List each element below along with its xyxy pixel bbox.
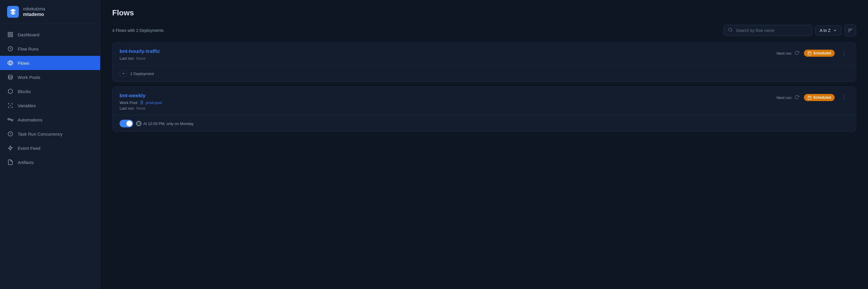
svg-rect-8 [8, 118, 9, 120]
account-org: mtademo [23, 11, 45, 18]
dashboard-icon [7, 31, 13, 38]
scheduled-badge: Scheduled [804, 50, 835, 57]
svg-point-11 [728, 28, 732, 31]
nav-menu: Dashboard Flow Runs Flows [0, 24, 100, 289]
scheduled-badge: Scheduled [804, 94, 835, 101]
flow-last-run-row: Last run: None [120, 106, 777, 111]
work-pool-label: Work Pool: [120, 100, 138, 105]
flow-card-right: Next run: [777, 93, 849, 102]
flow-card-header: bnt-weekly Work Pool: 🗄 prod-pool Last r… [113, 87, 856, 115]
svg-marker-5 [8, 61, 13, 66]
svg-rect-3 [11, 35, 13, 37]
sidebar-item-work-pools[interactable]: Work Pools [0, 70, 100, 84]
refresh-icon [795, 95, 799, 100]
flows-summary: 4 Flows with 2 Deployments [112, 28, 163, 33]
filter-button[interactable] [844, 25, 856, 36]
page-title: Flows [112, 8, 856, 18]
toolbar: 4 Flows with 2 Deployments A to Z [100, 22, 868, 42]
main-content: Flows 4 Flows with 2 Deployments A to Z [100, 0, 868, 289]
schedule-info: At 12:00 PM, only on Monday [136, 121, 194, 126]
flow-meta: Work Pool: 🗄 prod-pool Last run: None [120, 100, 777, 111]
flow-card: bnt-hourly-traffic Last run: None Next r… [112, 42, 856, 82]
svg-point-7 [8, 75, 12, 77]
svg-marker-6 [9, 62, 11, 64]
schedule-clock-icon [136, 121, 142, 126]
page-header: Flows [100, 0, 868, 22]
sidebar-item-label: Flows [18, 61, 29, 66]
work-pool-icon: 🗄 [140, 100, 144, 105]
deployment-row: 1 Deployment [113, 65, 856, 82]
next-run-label: Next run: [777, 95, 793, 100]
account-info: mikekutzma mtademo [23, 6, 45, 18]
search-box[interactable] [724, 25, 812, 36]
search-icon [728, 27, 733, 33]
account-logo [7, 6, 19, 18]
sidebar-item-flows[interactable]: Flows [0, 56, 100, 70]
sidebar-item-label: Dashboard [18, 32, 39, 37]
account-username: mikekutzma [23, 6, 45, 11]
flow-card-left: bnt-hourly-traffic Last run: None [120, 49, 777, 61]
sidebar-item-label: Artifacts [18, 160, 34, 165]
svg-rect-2 [8, 35, 10, 37]
sidebar-item-label: Automations [18, 117, 42, 122]
last-run-value: None [136, 56, 146, 61]
flow-runs-icon [7, 46, 13, 52]
event-feed-icon [7, 145, 13, 151]
schedule-toggle[interactable] [120, 120, 133, 127]
svg-rect-0 [8, 32, 10, 34]
work-pools-icon [7, 74, 13, 80]
refresh-icon [795, 51, 799, 56]
sidebar-item-task-run-concurrency[interactable]: Task Run Concurrency [0, 127, 100, 141]
sidebar-item-label: Event Feed [18, 146, 40, 151]
svg-line-12 [732, 31, 733, 32]
flow-meta: Last run: None [120, 56, 777, 61]
flow-card-header: bnt-hourly-traffic Last run: None Next r… [113, 42, 856, 65]
svg-rect-1 [11, 32, 13, 34]
variables-icon [7, 102, 13, 109]
scheduled-label: Scheduled [813, 95, 831, 99]
flow-name-link[interactable]: bnt-hourly-traffic [120, 49, 160, 54]
sidebar-item-label: Task Run Concurrency [18, 132, 63, 137]
search-input[interactable] [736, 28, 808, 33]
work-pool-link[interactable]: prod-pool [146, 100, 162, 105]
flow-work-pool-row: Work Pool: 🗄 prod-pool [120, 100, 777, 105]
last-run-value: None [136, 106, 146, 111]
svg-rect-20 [808, 96, 811, 99]
deployment-chevron-button[interactable] [120, 70, 127, 78]
toolbar-right: A to Z [724, 25, 856, 36]
sidebar-item-flow-runs[interactable]: Flow Runs [0, 42, 100, 56]
flow-card-left: bnt-weekly Work Pool: 🗄 prod-pool Last r… [120, 93, 777, 111]
sidebar-item-label: Variables [18, 103, 36, 108]
task-run-concurrency-icon [7, 131, 13, 137]
flow-more-button[interactable]: ⋮ [839, 93, 849, 102]
sidebar-item-artifacts[interactable]: Artifacts [0, 155, 100, 169]
automations-icon [7, 116, 13, 123]
sidebar-item-event-feed[interactable]: Event Feed [0, 141, 100, 155]
sidebar-item-label: Work Pools [18, 75, 40, 80]
flows-list: bnt-hourly-traffic Last run: None Next r… [100, 42, 868, 132]
last-run-label: Last run: [120, 106, 135, 111]
sidebar-item-variables[interactable]: Variables [0, 98, 100, 113]
sidebar-item-automations[interactable]: Automations [0, 113, 100, 127]
left-panel: mikekutzma mtademo Dashboard Flow Runs [0, 0, 100, 289]
scheduled-label: Scheduled [813, 51, 831, 55]
next-run-section: Next run: [777, 51, 800, 56]
sidebar-item-dashboard[interactable]: Dashboard [0, 27, 100, 42]
schedule-text: At 12:00 PM, only on Monday [143, 121, 194, 126]
sort-dropdown[interactable]: A to Z [815, 25, 841, 35]
flow-card: bnt-weekly Work Pool: 🗄 prod-pool Last r… [112, 87, 856, 132]
sidebar-item-label: Flow Runs [18, 47, 39, 51]
flow-card-right: Next run: [777, 49, 849, 58]
blocks-icon [7, 88, 13, 94]
sidebar-item-blocks[interactable]: Blocks [0, 84, 100, 98]
flow-name-link[interactable]: bnt-weekly [120, 93, 146, 98]
deployment-count: 1 Deployment [130, 71, 154, 76]
next-run-label: Next run: [777, 51, 793, 56]
flow-more-button[interactable]: ⋮ [839, 49, 849, 58]
flows-icon [7, 60, 13, 66]
last-run-label: Last run: [120, 56, 135, 61]
sidebar-item-label: Blocks [18, 89, 31, 94]
deployment-schedule-row: At 12:00 PM, only on Monday [113, 115, 856, 132]
account-section: mikekutzma mtademo [0, 0, 100, 24]
next-run-section: Next run: [777, 95, 800, 100]
